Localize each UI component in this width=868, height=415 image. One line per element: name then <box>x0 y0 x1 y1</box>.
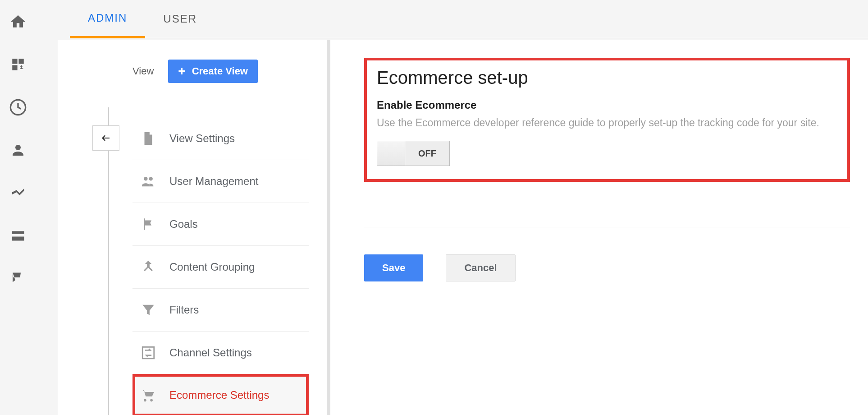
acquisition-icon[interactable] <box>0 171 36 214</box>
home-icon[interactable] <box>0 0 36 43</box>
ecommerce-setup-panel: Ecommerce set-up Enable Ecommerce Use th… <box>364 58 850 182</box>
enable-ecommerce-toggle[interactable]: OFF <box>377 141 450 166</box>
realtime-icon[interactable] <box>0 86 36 129</box>
menu-channel-settings[interactable]: Channel Settings <box>132 332 309 374</box>
action-buttons: Save Cancel <box>364 227 850 281</box>
menu-label: Channel Settings <box>169 346 252 359</box>
vertical-line <box>108 107 109 415</box>
enable-ecommerce-label: Enable Ecommerce <box>377 99 837 111</box>
view-label: View <box>132 65 154 77</box>
flag-icon <box>141 217 156 232</box>
menu-label: User Management <box>169 175 258 188</box>
document-icon <box>141 131 156 146</box>
admin-card: View + Create View View Settings User Ma… <box>58 40 868 415</box>
behavior-icon[interactable] <box>0 214 36 257</box>
view-menu: View Settings User Management Goals Cont… <box>132 117 309 415</box>
create-view-label: Create View <box>192 65 248 77</box>
tab-user[interactable]: USER <box>145 0 215 38</box>
toggle-knob <box>377 141 405 166</box>
view-sidebar: View + Create View View Settings User Ma… <box>58 40 330 415</box>
menu-label: Goals <box>169 218 198 231</box>
back-arrow-icon <box>98 133 114 143</box>
enable-ecommerce-description: Use the Ecommerce developer reference gu… <box>377 117 837 129</box>
swap-icon <box>141 345 156 360</box>
back-button[interactable] <box>92 125 119 151</box>
save-button[interactable]: Save <box>364 254 423 281</box>
menu-label: Content Grouping <box>169 261 255 273</box>
funnel-icon <box>141 302 156 318</box>
audience-icon[interactable] <box>0 129 36 171</box>
menu-view-settings[interactable]: View Settings <box>132 117 309 160</box>
ecommerce-title: Ecommerce set-up <box>377 68 837 88</box>
cart-icon <box>141 387 156 403</box>
plus-icon: + <box>178 65 185 78</box>
admin-tabs: ADMIN USER <box>70 0 868 38</box>
menu-content-grouping[interactable]: Content Grouping <box>132 246 309 289</box>
people-icon <box>141 174 156 189</box>
menu-goals[interactable]: Goals <box>132 203 309 246</box>
toggle-state-label: OFF <box>405 141 449 166</box>
create-view-button[interactable]: + Create View <box>168 60 258 83</box>
menu-label: View Settings <box>169 132 235 145</box>
menu-user-management[interactable]: User Management <box>132 160 309 203</box>
main-content: Ecommerce set-up Enable Ecommerce Use th… <box>346 40 868 415</box>
view-header-row: View + Create View <box>132 60 258 83</box>
conversions-icon[interactable] <box>0 257 36 300</box>
menu-ecommerce-settings[interactable]: Ecommerce Settings <box>132 374 309 415</box>
divider <box>132 94 309 94</box>
tab-admin[interactable]: ADMIN <box>70 0 145 38</box>
menu-label: Ecommerce Settings <box>169 389 269 401</box>
menu-filters[interactable]: Filters <box>132 289 309 332</box>
customization-icon[interactable] <box>0 43 36 86</box>
cancel-button[interactable]: Cancel <box>446 254 515 281</box>
merge-icon <box>141 259 156 275</box>
left-nav-rail <box>0 0 36 415</box>
menu-label: Filters <box>169 304 199 316</box>
